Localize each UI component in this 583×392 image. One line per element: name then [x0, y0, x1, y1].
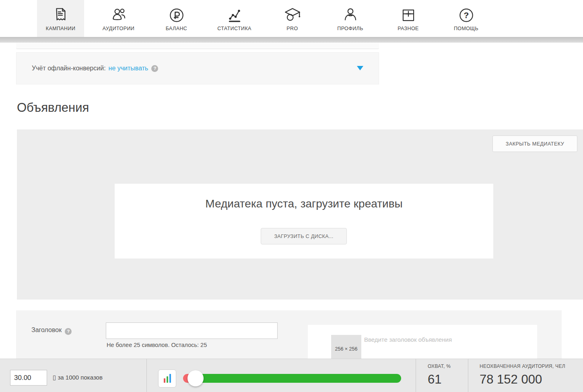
nav-item-statistics[interactable]: СТАТИСТИКА	[211, 0, 258, 37]
title-help-icon[interactable]: ?	[65, 328, 72, 335]
nav-item-balance[interactable]: БАЛАНС	[153, 0, 200, 37]
nav-item-profile[interactable]: ПРОФИЛЬ	[327, 0, 374, 37]
nav-label: ПОМОЩЬ	[454, 26, 478, 31]
pro-graduation-cap-icon	[283, 6, 302, 25]
title-field-label: Заголовок?	[31, 326, 72, 335]
nav-divider	[0, 37, 583, 43]
chevron-down-icon[interactable]	[357, 66, 363, 70]
nav-label: СТАТИСТИКА	[217, 26, 251, 31]
unreached-audience-value: 78 152 000	[480, 372, 542, 387]
ad-preview-card: 256 × 256 Введите заголовок объявления	[308, 325, 537, 359]
ad-image-placeholder[interactable]: 256 × 256	[331, 335, 361, 359]
title-input[interactable]	[106, 322, 278, 339]
profile-person-icon	[341, 6, 360, 25]
upload-from-disk-button[interactable]: ЗАГРУЗИТЬ С ДИСКА...	[261, 228, 347, 244]
nav-label: КАМПАНИИ	[46, 26, 76, 31]
page: КАМПАНИИ АУДИТОРИИ БАЛАНС	[0, 0, 583, 392]
footer-divider	[416, 359, 416, 392]
unreached-audience-label: НЕОХВАЧЕННАЯ АУДИТОРИЯ, ЧЕЛ	[480, 363, 565, 369]
nav-item-misc[interactable]: РАЗНОЕ	[385, 0, 432, 37]
balance-ruble-icon	[167, 6, 186, 25]
title-label-text: Заголовок	[31, 326, 62, 333]
ad-title-placeholder: Введите заголовок объявления	[364, 336, 452, 343]
nav-label: АУДИТОРИИ	[103, 26, 134, 31]
nav-label: РАЗНОЕ	[398, 26, 419, 31]
audiences-people-icon	[109, 6, 128, 25]
svg-text:?: ?	[464, 10, 469, 20]
coverage-chart-button[interactable]	[158, 369, 176, 388]
footer-bar: ▯ за 1000 показов ОХВАТ, % 61 НЕОХВАЧЕНН…	[0, 359, 583, 392]
nav-item-audiences[interactable]: АУДИТОРИИ	[95, 0, 142, 37]
offline-conversions-value-link[interactable]: не учитывать	[109, 65, 148, 72]
price-slider-track[interactable]	[183, 374, 401, 383]
top-nav: КАМПАНИИ АУДИТОРИИ БАЛАНС	[0, 0, 583, 37]
bar-chart-icon	[164, 378, 165, 383]
help-tooltip-icon[interactable]: ?	[151, 65, 158, 72]
nav-label: ПРОФИЛЬ	[337, 26, 363, 31]
nav-item-campaigns[interactable]: КАМПАНИИ	[37, 0, 84, 37]
ads-section-title: Объявления	[17, 101, 89, 115]
price-input[interactable]	[10, 370, 47, 386]
media-library-panel: ЗАКРЫТЬ МЕДИАТЕКУ Медиатека пуста, загру…	[17, 129, 583, 300]
price-slider-handle[interactable]	[187, 370, 204, 386]
ad-form-panel: Заголовок? Не более 25 символов. Осталос…	[16, 310, 562, 359]
misc-grid-icon	[399, 6, 418, 25]
close-media-library-button[interactable]: ЗАКРЫТЬ МЕДИАТЕКУ	[492, 135, 577, 152]
reach-value: 61	[428, 372, 441, 387]
statistics-chart-icon	[225, 6, 244, 25]
media-library-empty-message: Медиатека пуста, загрузите креативы	[115, 197, 493, 210]
campaigns-document-icon	[52, 6, 70, 25]
offline-conversions-label: Учёт офлайн-конверсий:	[32, 65, 106, 72]
footer-divider	[468, 359, 468, 392]
media-library-empty-box: Медиатека пуста, загрузите креативы ЗАГР…	[115, 184, 493, 259]
ad-image-size-label: 256 × 256	[331, 346, 361, 352]
price-unit-label: ▯ за 1000 показов	[53, 374, 103, 381]
title-char-limit-hint: Не более 25 символов. Осталось: 25	[107, 342, 207, 348]
help-question-icon: ?	[457, 6, 476, 25]
nav-item-pro[interactable]: PRO	[269, 0, 316, 37]
collapsed-panel-edge	[16, 43, 379, 49]
reach-label: ОХВАТ, %	[428, 363, 451, 369]
nav-items: КАМПАНИИ АУДИТОРИИ БАЛАНС	[37, 0, 490, 37]
nav-label: PRO	[286, 26, 298, 31]
nav-label: БАЛАНС	[166, 26, 187, 31]
nav-item-help[interactable]: ? ПОМОЩЬ	[443, 0, 490, 37]
footer-divider	[146, 359, 147, 392]
offline-conversions-panel: Учёт офлайн-конверсий: не учитывать ?	[16, 52, 379, 84]
